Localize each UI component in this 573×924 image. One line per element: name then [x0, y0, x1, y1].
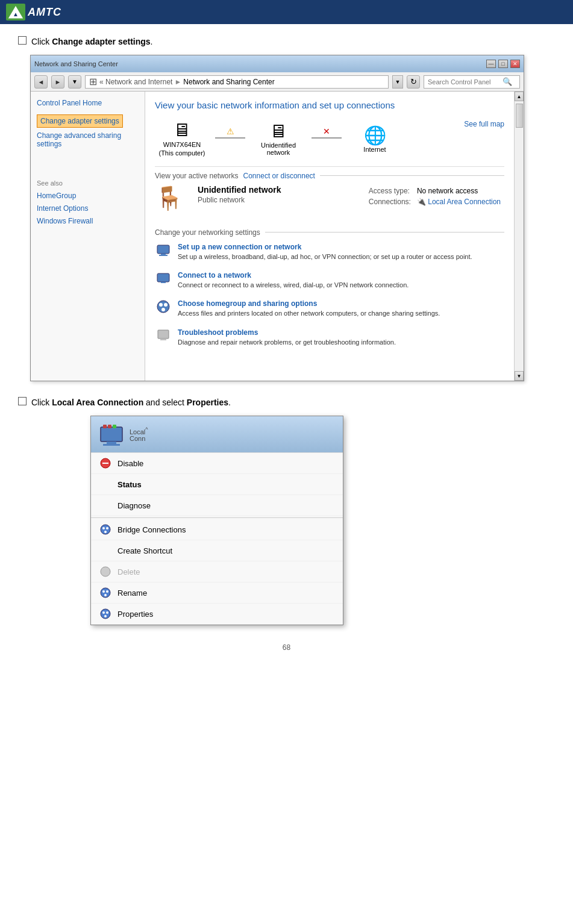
maximize-button[interactable]: □ — [498, 60, 508, 68]
context-menu-header: Local^ Conn — [91, 416, 343, 452]
sidebar-homegroup[interactable]: HomeGroup — [37, 190, 139, 201]
dropdown-menu: Disable Status Diagnose Bridge Connectio… — [91, 452, 343, 625]
network-type: Public network — [198, 196, 281, 204]
screenshot-network-sharing: Network and Sharing Center — □ ✕ ◄ ► ▼ ⊞… — [30, 55, 524, 381]
settings-title-2[interactable]: Connect to a network — [178, 271, 409, 279]
sidebar-home-link[interactable]: Control Panel Home — [37, 99, 139, 107]
settings-text-1: Set up a new connection or network Set u… — [178, 243, 472, 261]
settings-desc-4: Diagnose and repair network problems, or… — [178, 338, 396, 347]
address-dropdown[interactable]: ▼ — [392, 75, 403, 89]
svg-point-10 — [161, 308, 165, 311]
net-node-computer: 🖥 WIN7X64EN(This computer) — [155, 120, 209, 158]
page-number-value: 68 — [283, 643, 290, 652]
svg-point-27 — [102, 590, 105, 593]
change-networking-header: Change your networking settings — [155, 228, 504, 237]
settings-icon-2 — [155, 271, 172, 289]
svg-point-8 — [159, 303, 163, 307]
path-current: Network and Sharing Center — [183, 78, 274, 86]
menu-item-bridge[interactable]: Bridge Connections — [91, 519, 343, 540]
menu-label-status: Status — [117, 480, 142, 489]
settings-title-1[interactable]: Set up a new connection or network — [178, 243, 472, 251]
close-button[interactable]: ✕ — [510, 60, 520, 68]
network-name-block: Unidentified network Public network — [198, 185, 281, 211]
warning-icon: ⚠ — [227, 126, 234, 136]
svg-rect-6 — [161, 282, 166, 283]
menu-item-rename[interactable]: Rename — [91, 582, 343, 604]
svg-point-29 — [104, 594, 107, 596]
recent-button[interactable]: ▼ — [68, 75, 81, 89]
warning-connector: ⚠ — [215, 126, 245, 151]
sidebar-internet-options[interactable]: Internet Options — [37, 203, 139, 214]
refresh-button[interactable]: ↻ — [407, 75, 420, 89]
minimize-button[interactable]: — — [486, 60, 496, 68]
search-box: 🔍 — [424, 75, 520, 89]
menu-label-delete: Delete — [117, 567, 140, 576]
menu-item-diagnose[interactable]: Diagnose — [91, 495, 343, 516]
address-bar: ◄ ► ▼ ⊞ « Network and Internet ► Network… — [31, 72, 524, 92]
svg-point-22 — [102, 527, 105, 529]
svg-rect-5 — [157, 273, 169, 282]
scrollbar-down[interactable]: ▼ — [515, 371, 524, 381]
svg-point-9 — [164, 303, 168, 307]
svg-rect-12 — [160, 339, 166, 340]
svg-point-33 — [104, 615, 107, 617]
menu-item-disable[interactable]: Disable — [91, 453, 343, 474]
sidebar-windows-firewall[interactable]: Windows Firewall — [37, 216, 139, 226]
instruction-1: Click Change adapter settings. — [18, 35, 555, 46]
settings-item-4: Troubleshoot problems Diagnose and repai… — [155, 328, 504, 347]
sidebar-change-adapter[interactable]: Change adapter settings — [37, 114, 123, 128]
scrollbar-up[interactable]: ▲ — [515, 92, 524, 101]
shortcut-icon — [99, 545, 111, 557]
local-area-connection-link[interactable]: Local Area Connection — [428, 198, 501, 206]
access-type-row: Access type: No network access — [366, 186, 503, 196]
status-icon — [99, 478, 111, 490]
connect-disconnect-link[interactable]: Connect or disconnect — [243, 172, 315, 180]
properties-icon — [99, 608, 111, 620]
svg-point-24 — [104, 531, 107, 533]
search-input[interactable] — [428, 78, 500, 86]
scrollbar[interactable]: ▲ ▼ — [514, 92, 524, 381]
logo: ▲ AMTC — [6, 4, 61, 20]
active-networks-label: View your active networks — [155, 172, 239, 180]
scrollbar-thumb[interactable] — [516, 104, 523, 128]
svg-rect-11 — [158, 330, 169, 339]
internet-icon: 🌐 — [364, 125, 386, 146]
context-net-label-1: Local^ — [130, 426, 148, 435]
menu-item-shortcut[interactable]: Create Shortcut — [91, 540, 343, 561]
svg-rect-13 — [101, 427, 122, 442]
connections-value-cell: 🔌 Local Area Connection — [415, 197, 503, 207]
menu-item-status[interactable]: Status — [91, 474, 343, 495]
settings-icon-3 — [155, 299, 172, 317]
svg-point-31 — [102, 611, 105, 614]
svg-text:▲: ▲ — [13, 11, 19, 17]
menu-label-diagnose: Diagnose — [117, 501, 151, 510]
menu-label-disable: Disable — [117, 459, 143, 468]
svg-rect-15 — [103, 444, 120, 446]
menu-label-shortcut: Create Shortcut — [117, 546, 172, 555]
see-full-map-link[interactable]: See full map — [464, 120, 504, 128]
search-icon: 🔍 — [503, 77, 512, 86]
svg-rect-14 — [107, 442, 116, 444]
access-type-value: No network access — [415, 186, 503, 196]
panel-body: Control Panel Home Change adapter settin… — [31, 92, 524, 381]
network-details: Access type: No network access Connectio… — [365, 185, 504, 211]
settings-title-4[interactable]: Troubleshoot problems — [178, 328, 396, 337]
menu-item-delete: Delete — [91, 561, 343, 582]
title-bar: Network and Sharing Center — □ ✕ — [31, 55, 524, 72]
forward-button[interactable]: ► — [51, 75, 64, 89]
active-networks-section: View your active networks Connect or dis… — [155, 172, 504, 217]
settings-section: Change your networking settings Set up a… — [155, 228, 504, 348]
svg-rect-20 — [102, 463, 108, 464]
sidebar-change-advanced[interactable]: Change advanced sharing settings — [37, 130, 139, 149]
settings-desc-3: Access files and printers located on oth… — [178, 309, 440, 318]
path-separator: ► — [174, 78, 181, 86]
svg-point-32 — [106, 611, 108, 614]
internet-label: Internet — [363, 146, 386, 153]
network-name: Unidentified network — [198, 185, 281, 195]
settings-icon-1 — [155, 243, 172, 261]
settings-title-3[interactable]: Choose homegroup and sharing options — [178, 299, 440, 308]
delete-icon — [99, 566, 111, 578]
instruction-bold-1: Change adapter settings — [52, 37, 150, 46]
back-button[interactable]: ◄ — [34, 75, 48, 89]
menu-item-properties[interactable]: Properties — [91, 604, 343, 625]
